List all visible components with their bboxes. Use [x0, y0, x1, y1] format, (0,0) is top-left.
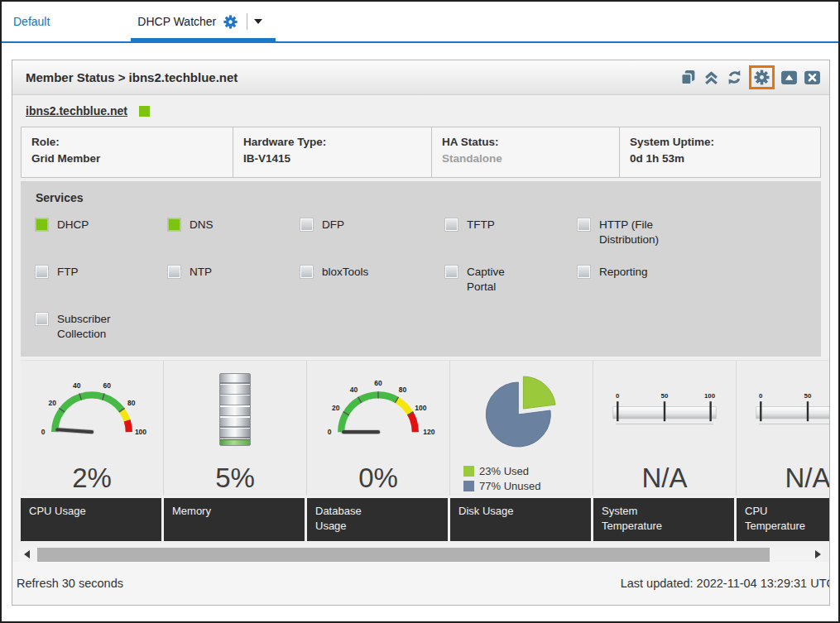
svg-text:100: 100	[135, 428, 146, 436]
metric-label-cpu-usage: CPU Usage	[21, 498, 161, 541]
service-status-box	[36, 313, 48, 325]
service-status-box	[445, 218, 458, 231]
services-grid: DHCP DNS DFP TFTP HTTP (File Distributio…	[36, 218, 813, 341]
info-cell-system-uptime: System Uptime: 0d 1h 53m	[620, 127, 820, 177]
svg-text:120: 120	[423, 428, 434, 436]
system-temperature-value: N/A	[593, 458, 736, 496]
service-tftp: TFTP	[445, 218, 578, 247]
service-status-box	[578, 266, 590, 278]
service-bloxtools: bloxTools	[300, 265, 445, 294]
scroll-right-arrow-icon[interactable]	[815, 550, 821, 558]
system-temperature-gauge: 0 50 100	[593, 361, 736, 458]
cpu-temperature-gauge: 0 50 100	[737, 361, 829, 458]
svg-text:20: 20	[332, 403, 340, 411]
memory-gauge	[164, 361, 306, 458]
svg-text:100: 100	[704, 391, 716, 399]
disk-usage-pie	[450, 361, 593, 458]
info-cell-role: Role: Grid Member	[22, 127, 233, 177]
service-captive-portal: Captive Portal	[445, 265, 578, 294]
service-status-box	[300, 266, 313, 278]
close-icon	[804, 69, 821, 86]
member-info-table: Role: Grid Member Hardware Type: IB-V141…	[21, 127, 821, 178]
svg-text:60: 60	[103, 381, 112, 390]
duplicate-widget-button[interactable]	[679, 69, 697, 86]
settings-button[interactable]	[753, 69, 770, 86]
disk-usage-legend: 23% Used 77% Unused	[450, 458, 593, 496]
metric-cpu-temperature: 0 50 100 N/A CPU Temperature	[737, 360, 829, 544]
tab-dhcp-watcher[interactable]: DHCP Watcher	[131, 2, 276, 41]
service-status-box	[445, 266, 458, 278]
service-ntp: NTP	[168, 265, 300, 294]
widget-header: Member Status > ibns2.techblue.net	[12, 60, 829, 95]
svg-text:80: 80	[399, 385, 407, 393]
tab-separator	[247, 13, 247, 30]
horizontal-scrollbar[interactable]	[19, 548, 823, 562]
refresh-interval-text: Refresh 30 seconds	[17, 577, 123, 590]
widget-footer: Refresh 30 seconds Last updated: 2022-11…	[12, 562, 829, 605]
tab-default[interactable]: Default	[13, 2, 50, 41]
metric-label-disk-usage: Disk Usage	[450, 498, 591, 541]
legend-used: 23% Used	[463, 465, 593, 477]
scrollbar-thumb[interactable]	[37, 548, 770, 562]
memory-fill	[220, 439, 250, 445]
svg-text:0: 0	[41, 428, 46, 436]
service-status-box	[168, 218, 180, 231]
service-reporting: Reporting	[578, 265, 813, 294]
svg-text:50: 50	[661, 391, 669, 399]
service-dhcp: DHCP	[36, 218, 168, 247]
svg-text:0: 0	[759, 391, 763, 399]
svg-text:40: 40	[350, 385, 358, 393]
member-status-widget: Member Status > ibns2.techblue.net	[12, 60, 830, 606]
scroll-left-arrow-icon[interactable]	[24, 550, 30, 558]
member-link[interactable]: ibns2.techblue.net	[26, 104, 127, 117]
collapse-all-icon	[703, 69, 720, 86]
legend-swatch-unused	[463, 481, 474, 491]
info-cell-ha-status: HA Status: Standalone	[432, 127, 620, 177]
refresh-icon	[726, 69, 743, 86]
tab-settings-gear-icon[interactable]	[223, 14, 238, 30]
close-widget-button[interactable]	[804, 69, 821, 86]
database-usage-gauge: 0 20 40 60 80 100 120	[307, 361, 449, 458]
svg-text:100: 100	[415, 403, 426, 411]
svg-text:60: 60	[374, 379, 382, 387]
tab-dhcp-watcher-label: DHCP Watcher	[137, 15, 216, 28]
member-row: ibns2.techblue.net	[12, 95, 829, 127]
service-status-box	[36, 266, 48, 278]
duplicate-icon	[679, 69, 697, 86]
settings-button-highlight	[749, 65, 775, 89]
widget-title: Member Status > ibns2.techblue.net	[26, 70, 238, 84]
metric-label-system-temperature: System Temperature	[593, 498, 734, 541]
metric-label-database-usage: Database Usage	[307, 498, 448, 541]
services-section: Services DHCP DNS DFP TFTP HTTP (File Di…	[21, 181, 821, 357]
collapse-widget-button[interactable]	[780, 69, 798, 86]
collapse-all-button[interactable]	[703, 69, 720, 86]
legend-unused: 77% Unused	[463, 480, 593, 492]
cpu-usage-value: 2%	[21, 458, 163, 496]
triangle-up-icon	[780, 69, 798, 86]
service-dfp: DFP	[300, 218, 445, 247]
metric-disk-usage: 23% Used 77% Unused Disk Usage	[450, 360, 593, 544]
svg-text:40: 40	[73, 381, 81, 390]
metric-database-usage: 0 20 40 60 80 100 120 0% Da	[307, 360, 450, 544]
svg-text:0: 0	[616, 391, 620, 399]
metric-label-memory: Memory	[164, 498, 305, 541]
metric-cpu-usage: 0 20 40 60 80 100 2% CPU Usage	[21, 360, 164, 544]
service-status-box	[300, 218, 313, 231]
service-dns: DNS	[168, 218, 300, 247]
metric-memory: 5% Memory	[164, 360, 307, 544]
services-title: Services	[36, 191, 813, 204]
database-usage-value: 0%	[307, 458, 449, 496]
service-status-box	[168, 266, 180, 278]
gear-icon	[753, 69, 770, 86]
info-cell-hardware-type: Hardware Type: IB-V1415	[233, 127, 432, 177]
svg-text:0: 0	[328, 428, 332, 436]
service-status-box	[36, 218, 48, 231]
widget-toolbar	[679, 65, 821, 89]
dashboard-tabbar: Default DHCP Watcher	[2, 2, 838, 43]
cpu-usage-gauge: 0 20 40 60 80 100	[21, 361, 163, 458]
tab-dropdown-caret-icon[interactable]	[254, 19, 262, 24]
gauge-needle	[57, 429, 92, 432]
metric-label-cpu-temperature: CPU Temperature	[737, 498, 829, 541]
refresh-button[interactable]	[726, 69, 743, 86]
cpu-temperature-value: N/A	[737, 458, 829, 496]
